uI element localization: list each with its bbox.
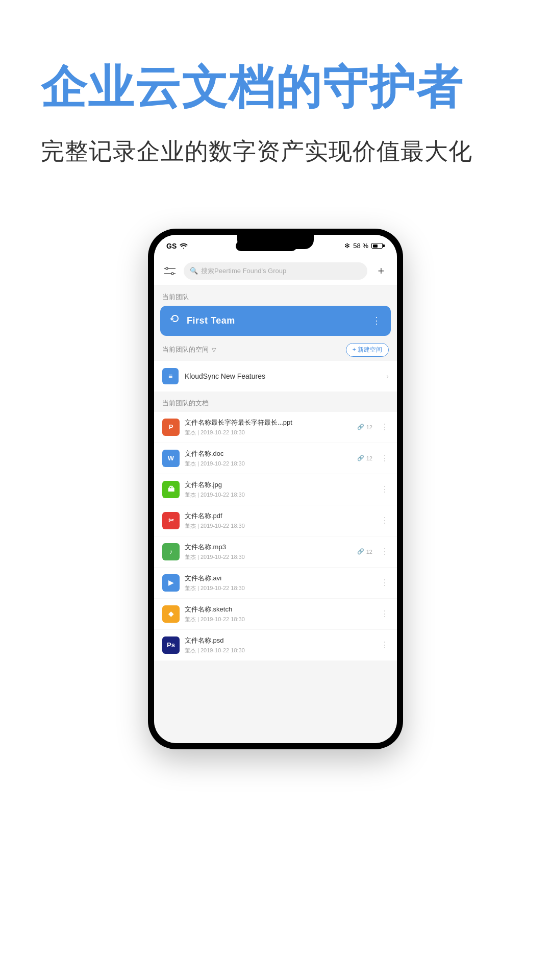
hero-subtitle: 完整记录企业的数字资产实现价值最大化 xyxy=(41,135,472,167)
doc-item[interactable]: P 文件名称最长字符最长字符最长...ppt 董杰 | 2019-10-22 1… xyxy=(154,412,397,443)
team-more-icon[interactable]: ⋮ xyxy=(372,315,382,326)
space-label: 当前团队的空间 xyxy=(162,345,209,354)
space-header-row: 当前团队的空间 ▽ + 新建空间 xyxy=(154,336,397,361)
add-button[interactable]: + xyxy=(373,263,389,279)
doc-meta: 董杰 | 2019-10-22 18:30 xyxy=(185,491,372,499)
wifi-icon xyxy=(180,242,188,250)
doc-meta: 董杰 | 2019-10-22 18:30 xyxy=(185,584,372,592)
search-bar[interactable]: 🔍 搜索Peertime Found's Group xyxy=(184,262,367,280)
docs-label: 当前团队的文档 xyxy=(154,391,397,412)
doc-type-icon: Ps xyxy=(162,636,180,654)
doc-more-icon[interactable]: ⋮ xyxy=(378,578,389,587)
views-count: 12 xyxy=(366,455,372,461)
carrier-text: GS xyxy=(166,242,177,250)
filter-arrow-icon: ▽ xyxy=(212,347,216,353)
doc-name: 文件名称.avi xyxy=(185,574,372,583)
doc-more-icon[interactable]: ⋮ xyxy=(378,453,389,463)
phone-screen: GS ✻ 58 % xyxy=(154,235,397,743)
svg-point-0 xyxy=(166,267,168,270)
doc-more-icon[interactable]: ⋮ xyxy=(378,640,389,650)
hero-title: 企业云文档的守护者 xyxy=(41,61,463,114)
doc-item[interactable]: Ps 文件名称.psd 董杰 | 2019-10-22 18:30 ⋮ xyxy=(154,630,397,661)
doc-name: 文件名称.doc xyxy=(185,449,352,458)
doc-info: 文件名称.pdf 董杰 | 2019-10-22 18:30 xyxy=(185,511,372,530)
space-label-group: 当前团队的空间 ▽ xyxy=(162,345,216,354)
doc-meta: 董杰 | 2019-10-22 18:30 xyxy=(185,616,372,623)
doc-info: 文件名称.jpg 董杰 | 2019-10-22 18:30 xyxy=(185,480,372,499)
doc-type-icon: ▶ xyxy=(162,574,180,592)
doc-name: 文件名称.psd xyxy=(185,636,372,645)
doc-stats: 🔗12 xyxy=(357,548,372,555)
doc-info: 文件名称.doc 董杰 | 2019-10-22 18:30 xyxy=(185,449,352,468)
doc-item[interactable]: W 文件名称.doc 董杰 | 2019-10-22 18:30 🔗12 ⋮ xyxy=(154,443,397,474)
doc-name: 文件名称.sketch xyxy=(185,605,372,614)
doc-type-icon: 🏔 xyxy=(162,481,180,498)
doc-name: 文件名称.pdf xyxy=(185,511,372,521)
bluetooth-icon: ✻ xyxy=(344,242,350,250)
screen-content: 当前团队 First Team ⋮ 当前团队的空间 ▽ xyxy=(154,285,397,743)
doc-more-icon[interactable]: ⋮ xyxy=(378,547,389,556)
doc-item[interactable]: ✂ 文件名称.pdf 董杰 | 2019-10-22 18:30 ⋮ xyxy=(154,505,397,536)
doc-name: 文件名称.mp3 xyxy=(185,543,352,552)
team-name: First Team xyxy=(187,315,366,326)
space-item[interactable]: ≡ KloudSync New Features › xyxy=(154,361,397,391)
doc-meta: 董杰 | 2019-10-22 18:30 xyxy=(185,522,372,530)
space-icon: ≡ xyxy=(168,372,172,380)
doc-meta: 董杰 | 2019-10-22 18:30 xyxy=(185,647,372,654)
notch-area xyxy=(236,241,297,251)
doc-info: 文件名称.mp3 董杰 | 2019-10-22 18:30 xyxy=(185,543,352,561)
doc-stats: 🔗12 xyxy=(357,424,372,430)
doc-list: P 文件名称最长字符最长字符最长...ppt 董杰 | 2019-10-22 1… xyxy=(154,412,397,661)
sync-icon xyxy=(169,314,181,328)
doc-type-icon: ✂ xyxy=(162,512,180,529)
space-item-name: KloudSync New Features xyxy=(185,372,380,380)
app-header: 🔍 搜索Peertime Found's Group + xyxy=(154,257,397,285)
team-card[interactable]: First Team ⋮ xyxy=(160,306,391,336)
doc-name: 文件名称.jpg xyxy=(185,480,372,489)
space-icon-box: ≡ xyxy=(162,368,179,384)
new-space-button[interactable]: + 新建空间 xyxy=(346,343,389,357)
svg-point-3 xyxy=(171,273,173,275)
current-team-label: 当前团队 xyxy=(154,285,397,306)
filter-icon[interactable] xyxy=(162,263,178,279)
status-right: ✻ 58 % xyxy=(344,242,385,250)
doc-item[interactable]: ♪ 文件名称.mp3 董杰 | 2019-10-22 18:30 🔗12 ⋮ xyxy=(154,536,397,568)
doc-type-icon: W xyxy=(162,450,180,467)
doc-meta: 董杰 | 2019-10-22 18:30 xyxy=(185,553,352,561)
doc-type-icon: ♪ xyxy=(162,543,180,560)
doc-meta: 董杰 | 2019-10-22 18:30 xyxy=(185,429,352,436)
battery-icon xyxy=(371,243,385,249)
status-left: GS xyxy=(166,242,188,250)
doc-item[interactable]: ▶ 文件名称.avi 董杰 | 2019-10-22 18:30 ⋮ xyxy=(154,568,397,599)
doc-more-icon[interactable]: ⋮ xyxy=(378,609,389,619)
doc-info: 文件名称最长字符最长字符最长...ppt 董杰 | 2019-10-22 18:… xyxy=(185,418,352,436)
doc-type-icon: ◆ xyxy=(162,605,180,623)
hero-section: 企业云文档的守护者 完整记录企业的数字资产实现价值最大化 xyxy=(0,0,551,198)
search-placeholder: 搜索Peertime Found's Group xyxy=(201,266,286,276)
doc-more-icon[interactable]: ⋮ xyxy=(378,422,389,432)
doc-info: 文件名称.avi 董杰 | 2019-10-22 18:30 xyxy=(185,574,372,592)
chevron-right-icon: › xyxy=(386,372,389,380)
doc-more-icon[interactable]: ⋮ xyxy=(378,516,389,525)
doc-more-icon[interactable]: ⋮ xyxy=(378,484,389,494)
phone-frame: GS ✻ 58 % xyxy=(148,229,403,749)
doc-item[interactable]: 🏔 文件名称.jpg 董杰 | 2019-10-22 18:30 ⋮ xyxy=(154,474,397,505)
views-icon: 🔗 xyxy=(357,455,364,461)
battery-percent: 58 % xyxy=(353,242,368,250)
doc-meta: 董杰 | 2019-10-22 18:30 xyxy=(185,460,352,468)
doc-name: 文件名称最长字符最长字符最长...ppt xyxy=(185,418,352,427)
phone-wrapper: GS ✻ 58 % xyxy=(0,229,551,770)
views-count: 12 xyxy=(366,549,372,555)
doc-item[interactable]: ◆ 文件名称.sketch 董杰 | 2019-10-22 18:30 ⋮ xyxy=(154,599,397,630)
views-icon: 🔗 xyxy=(357,424,364,430)
views-count: 12 xyxy=(366,424,372,430)
doc-info: 文件名称.sketch 董杰 | 2019-10-22 18:30 xyxy=(185,605,372,623)
doc-stats: 🔗12 xyxy=(357,455,372,461)
search-icon: 🔍 xyxy=(190,267,198,275)
status-bar: GS ✻ 58 % xyxy=(154,235,397,257)
doc-type-icon: P xyxy=(162,419,180,436)
views-icon: 🔗 xyxy=(357,548,364,555)
doc-info: 文件名称.psd 董杰 | 2019-10-22 18:30 xyxy=(185,636,372,654)
